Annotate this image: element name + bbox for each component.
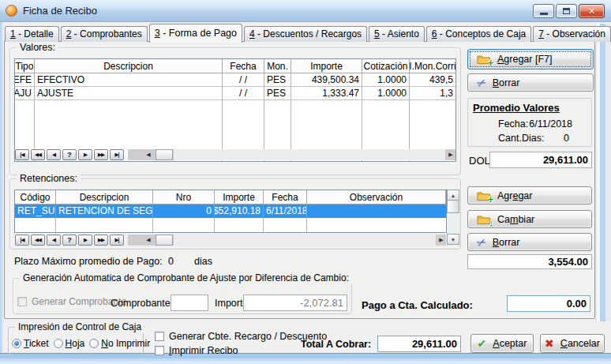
nav-last-button[interactable]: ▶| bbox=[110, 235, 124, 246]
importe-ajuste-field[interactable] bbox=[243, 295, 347, 311]
down-badge-icon: ↓ bbox=[489, 219, 493, 228]
valores-table[interactable]: Tipo Descripcion Fecha Mon. Importe Coti… bbox=[14, 58, 456, 162]
comprobante-field[interactable] bbox=[171, 295, 208, 311]
nav-fastprev-button[interactable]: ◀◀ bbox=[31, 149, 45, 160]
aceptar-button[interactable]: ✔ Aceptar bbox=[470, 334, 534, 353]
nav-first-button[interactable]: |◀ bbox=[15, 149, 29, 160]
window-title: Ficha de Recibo bbox=[23, 5, 97, 17]
plazo-value: 0 bbox=[168, 256, 174, 267]
selected-cell[interactable]: 6/11/2018 bbox=[264, 205, 307, 218]
total-a-cobrar-label: Total A Cobrar: bbox=[301, 339, 371, 350]
radio-icon bbox=[12, 339, 21, 348]
empty-cell bbox=[307, 218, 446, 232]
selected-cell[interactable]: RETENCION DE SEGURID bbox=[56, 205, 153, 218]
nav-fastprev-button[interactable]: ◀◀ bbox=[31, 235, 45, 246]
nav-next-button[interactable]: ▶ bbox=[78, 235, 92, 246]
borrar-valor-button[interactable]: ✂ Borrar bbox=[467, 73, 594, 92]
plazo-unit: dias bbox=[194, 256, 212, 267]
scrollbar-thumb[interactable] bbox=[156, 149, 173, 160]
scroll-left-icon[interactable]: ◀ bbox=[144, 149, 153, 160]
cell[interactable]: 439,5 bbox=[410, 73, 455, 87]
cell[interactable]: PES bbox=[264, 73, 291, 87]
titlebar[interactable]: Ficha de Recibo ✕ bbox=[0, 0, 611, 22]
selected-cell[interactable] bbox=[307, 205, 446, 218]
radio-no-imprimir[interactable]: No Imprimir bbox=[89, 338, 150, 349]
nav-first-button[interactable]: |◀ bbox=[15, 235, 29, 246]
selected-cell[interactable]: 0 bbox=[153, 205, 215, 218]
folder-plus-icon: + bbox=[477, 54, 491, 65]
dol-amount-field[interactable] bbox=[489, 152, 592, 168]
column-header: Tipo bbox=[15, 59, 35, 73]
retenciones-vscrollbar[interactable]: ▲ ▼ bbox=[447, 190, 459, 245]
horizontal-scrollbar[interactable]: ◀ ▶ bbox=[128, 149, 455, 160]
cell[interactable]: AJUSTE bbox=[35, 87, 223, 100]
impresion-group: Impresión de Control de Caja Ticket Hoja… bbox=[8, 327, 144, 355]
scroll-right-icon[interactable]: ▶ bbox=[437, 235, 446, 246]
cell[interactable]: 1,333.47 bbox=[291, 87, 362, 100]
nav-help-button[interactable]: ? bbox=[62, 235, 77, 246]
nav-last-button[interactable]: ▶| bbox=[110, 149, 124, 160]
scrollbar-track[interactable] bbox=[174, 235, 436, 246]
horizontal-scrollbar[interactable]: ◀ ▶ bbox=[128, 235, 446, 246]
retenciones-navigator: |◀ ◀◀ ◀ ? ▶ ▶▶ ▶| ◀ ▶ bbox=[15, 234, 446, 246]
nav-fastnext-button[interactable]: ▶▶ bbox=[94, 149, 108, 160]
scrollbar-thumb[interactable] bbox=[447, 201, 459, 213]
cell[interactable]: EFECTIVO bbox=[35, 73, 223, 87]
agregar-valor-button[interactable]: + Agregar [F7] bbox=[467, 49, 594, 69]
pago-cta-field[interactable] bbox=[507, 295, 590, 312]
impresion-options: Ticket Hoja No Imprimir bbox=[12, 338, 150, 349]
maximize-button[interactable] bbox=[556, 4, 577, 18]
scroll-down-icon[interactable]: ▼ bbox=[447, 234, 459, 245]
scroll-right-icon[interactable]: ▶ bbox=[446, 149, 455, 160]
pago-cta-label: Pago a Cta. Calculado: bbox=[362, 299, 473, 311]
scrollbar-track[interactable] bbox=[174, 149, 445, 160]
cell[interactable]: 1.0000 bbox=[362, 87, 410, 100]
cell[interactable]: 439,500.34 bbox=[291, 73, 362, 87]
selected-cell[interactable]: RET_SUSS bbox=[15, 205, 56, 218]
tab-7-observacion[interactable]: 7 - Observación bbox=[533, 26, 611, 42]
agregar-retencion-button[interactable]: + Agregar bbox=[467, 186, 592, 205]
cell[interactable]: 1.0000 bbox=[362, 73, 410, 87]
empty-cell bbox=[15, 218, 56, 232]
scrollbar-thumb[interactable] bbox=[156, 235, 173, 246]
tab-3-forma-de-pago[interactable]: 3 - Forma de Pago bbox=[149, 24, 242, 43]
scrollbar-track[interactable] bbox=[447, 213, 459, 234]
generar-comprobante-checkbox[interactable] bbox=[17, 297, 27, 306]
cancelar-button[interactable]: ✖ Cancelar bbox=[540, 334, 605, 353]
scroll-left-icon[interactable]: ◀ bbox=[144, 235, 153, 246]
nav-prev-button[interactable]: ◀ bbox=[47, 235, 61, 246]
cell[interactable]: AJU bbox=[15, 87, 35, 100]
close-button[interactable]: ✕ bbox=[579, 4, 605, 18]
promedio-dias-label: Cant.Dias: bbox=[498, 133, 544, 144]
radio-hoja[interactable]: Hoja bbox=[54, 338, 85, 349]
promedio-fecha-label: Fecha: bbox=[498, 118, 528, 129]
radio-icon bbox=[54, 339, 63, 348]
total-a-cobrar-field[interactable] bbox=[377, 336, 461, 352]
nav-fastnext-button[interactable]: ▶▶ bbox=[94, 235, 108, 246]
nav-help-button[interactable]: ? bbox=[62, 149, 77, 160]
cell[interactable]: PES bbox=[264, 87, 291, 100]
tab-2-comprobantes[interactable]: 2 - Comprobantes bbox=[61, 26, 148, 42]
cell[interactable]: 1,3 bbox=[410, 87, 455, 100]
cell[interactable]: / / bbox=[223, 87, 264, 100]
tab-4-descuentos-recargos[interactable]: 4 - Descuentos / Recargos bbox=[244, 26, 367, 42]
retenciones-total-field[interactable] bbox=[467, 254, 592, 269]
minimize-button[interactable] bbox=[533, 4, 554, 18]
maximize-icon bbox=[563, 8, 570, 14]
selected-cell[interactable]: $52,910.18 bbox=[215, 205, 264, 218]
imprimir-recibo-checkbox[interactable] bbox=[155, 346, 164, 355]
retenciones-table[interactable]: Código Descripcion Nro Importe Fecha Obs… bbox=[14, 190, 447, 233]
borrar-retencion-button[interactable]: ✂ Borrar bbox=[467, 233, 592, 251]
cell[interactable]: EFE bbox=[15, 73, 35, 87]
nav-next-button[interactable]: ▶ bbox=[78, 149, 92, 160]
generar-cbte-checkbox[interactable] bbox=[155, 332, 164, 341]
radio-ticket[interactable]: Ticket bbox=[12, 338, 49, 349]
cambiar-retencion-button[interactable]: ↓ Cambiar bbox=[467, 210, 592, 228]
nav-prev-button[interactable]: ◀ bbox=[47, 149, 61, 160]
cell[interactable]: / / bbox=[223, 73, 264, 87]
tab-1-detalle[interactable]: 1 - Detalle bbox=[5, 26, 59, 42]
tab-6-conceptos-de-caja[interactable]: 6 - Conceptos de Caja bbox=[426, 26, 531, 42]
valores-group-title: Valores: bbox=[17, 42, 58, 54]
scroll-up-icon[interactable]: ▲ bbox=[447, 190, 459, 201]
tab-5-asiento[interactable]: 5 - Asiento bbox=[369, 26, 425, 42]
